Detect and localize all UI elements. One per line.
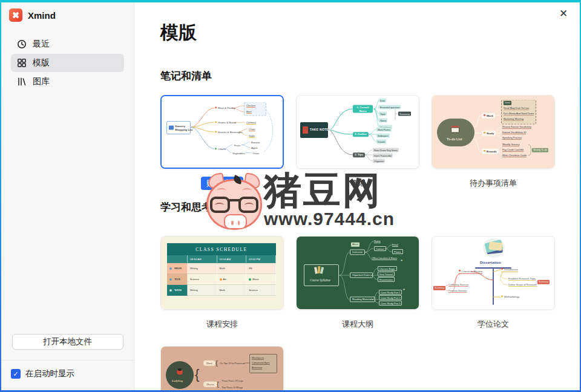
thumb-node: Contact [374, 246, 386, 251]
thumb-node: Errands [482, 149, 499, 154]
thumb-node: * [401, 258, 402, 264]
thumb-node: Review Korean Vocabulary [502, 125, 531, 129]
template-caption[interactable]: 待办事项清单 [432, 176, 555, 191]
app-title-row: Xmind [1, 2, 134, 22]
sections-container: 笔记和清单Grocery Shopping ListMeat & Poultry… [160, 69, 580, 390]
thumb-node: Topic [379, 112, 387, 116]
thumb-node: Soda [249, 134, 255, 138]
thumb-node: About [351, 243, 359, 247]
thumb-node: Methodology [501, 295, 519, 299]
thumb-node: 3. Tips [353, 152, 365, 157]
thumb-node: Organize [373, 159, 385, 163]
thumbnail: DissertationLiterature ReviewCollecting … [432, 237, 554, 309]
sidebar-item-label: 图库 [33, 76, 50, 87]
open-local-file-button[interactable]: 打开本地文件 [12, 334, 123, 350]
template-gallery: ✕ 模版 笔记和清单Grocery Shopping ListMeat & Po… [134, 2, 580, 390]
thumb-node [178, 368, 182, 371]
template-card-dissertation[interactable]: DissertationLiterature ReviewCollecting … [432, 236, 555, 310]
thumb-node: Apple [251, 146, 258, 149]
thumb-node: Done [504, 101, 511, 105]
thumb-node: Date [379, 99, 386, 103]
thumb-node: Establish Research Topic [508, 277, 536, 281]
thumb-node: On Top Of Its Pronotum [220, 362, 245, 365]
thumb-node: Grocery Shopping List [175, 125, 192, 131]
thumb-node: First Tutorial [378, 272, 395, 276]
template-card-schedule[interactable]: CLASS SCHEDULE08:30 AM10:00 AM02:00 PMMO… [160, 236, 284, 310]
thumb-node: Mouthparts [252, 356, 264, 360]
thumb-node: Thorax [203, 382, 217, 387]
thumb-node: Write Christmas Cards [502, 154, 527, 157]
thumb-node: Name [374, 240, 381, 243]
thumb-node: Two Pairs Of Wings [222, 386, 243, 389]
sidebar-item-templates[interactable]: 模版 [11, 54, 124, 72]
template-card-todo[interactable]: To-do ListWorkDoneSend Blog Draft To Lis… [432, 95, 555, 169]
thumb-node: Speaking Practice [502, 136, 522, 140]
thumb-node: Case Study Part 3 [379, 301, 402, 305]
startup-row: ✓ 在启动时显示 [1, 360, 134, 390]
template-caption[interactable]: 课程安排 [160, 317, 284, 332]
template-card-takenotes[interactable]: TAKE NOTES1. Cornell NotesDateEssential … [296, 95, 419, 169]
template-section: 学习和思考CLASS SCHEDULE08:30 AM10:00 AM02:00… [160, 200, 580, 332]
thumb-node: Meat & Poultry [215, 106, 235, 110]
thumb-node: Others [215, 148, 226, 151]
thumb-node: Summary [398, 112, 411, 116]
thumb-node: TAKE NOTES [310, 128, 331, 132]
templates-grid-icon [17, 58, 27, 68]
show-on-startup-label: 在启动时显示 [25, 368, 74, 379]
template-caption[interactable]: 购物清单 [160, 176, 284, 191]
sidebar-item-label: 最近 [33, 39, 50, 50]
thumbnail: TAKE NOTES1. Cornell NotesDateEssential … [297, 96, 419, 168]
thumb-node: Chips [249, 128, 255, 131]
thumb-node: Weekly Grocery [502, 143, 519, 146]
xmind-logo-icon [9, 8, 22, 22]
thumb-node: Beef [246, 110, 252, 114]
thumb-node: Instructor [350, 249, 365, 255]
thumb-node: Essential question [379, 105, 401, 109]
thumb-node: Case Study Part 1 [379, 290, 402, 295]
thumbnail: Course SyllabusAboutInstructorNameContac… [297, 237, 419, 309]
close-icon[interactable]: ✕ [556, 6, 571, 22]
thumb-node: Dissertation [480, 261, 501, 266]
thumb-node: Marketing Meeting [504, 117, 524, 121]
sidebar-item-library[interactable]: 图库 [11, 73, 124, 91]
thumb-node: Summary [537, 280, 550, 284]
library-books-icon [17, 77, 27, 87]
thumb-node: Vegetables [232, 152, 245, 155]
thumb-node: Office Location & Hours [372, 256, 397, 260]
thumb-node: Antennae [252, 366, 262, 370]
template-section: 笔记和清单Grocery Shopping ListMeat & Poultry… [160, 69, 580, 191]
template-caption[interactable]: 学位论文 [432, 317, 555, 332]
thumb-node: To-do List [447, 137, 462, 142]
thumb-node: { [215, 360, 218, 367]
thumbnail: Ladybug{Head{On Top Of Its PronotumMouth… [161, 347, 283, 390]
thumb-node: Banana [251, 141, 260, 144]
template-card-ladybug[interactable]: Ladybug{Head{On Top Of Its PronotumMouth… [160, 346, 284, 390]
thumb-node: Work [482, 113, 495, 119]
thumb-node: Chicken [246, 104, 255, 108]
thumb-node: Reading Materials [350, 296, 375, 302]
thumbnail: To-do ListWorkDoneSend Blog Draft To Lis… [432, 96, 554, 168]
show-on-startup-checkbox[interactable]: ✓ [11, 369, 21, 379]
thumb-node: Define Scope of Research [508, 283, 537, 287]
template-caption[interactable]: 课程大纲 [296, 317, 419, 332]
thumb-node: Subtopics [376, 134, 390, 138]
clock-icon [17, 39, 27, 49]
thumb-node: Weekly To-do [532, 148, 548, 152]
thumb-node: Details [376, 140, 386, 144]
sidebar-bottom: 打开本地文件 ✓ 在启动时显示 [1, 334, 134, 390]
sidebar-item-recent[interactable]: 最近 [11, 35, 124, 53]
sidebar: Xmind 最近 模版 图库 打开本地文件 ✓ 在启动时显示 [1, 2, 134, 390]
thumb-node: Send Blog Draft To Lisa [504, 106, 529, 110]
thumb-node: Notes [379, 119, 387, 123]
thumb-node [166, 361, 194, 389]
thumb-node: { [195, 368, 199, 381]
template-card-grocery[interactable]: Grocery Shopping ListMeat & PoultryChick… [160, 95, 284, 169]
thumb-node: Do's Memo And Send Demo [504, 112, 534, 116]
thumb-node: Case Study Part 2 [379, 295, 402, 300]
thumb-node: { [217, 381, 219, 388]
template-caption[interactable]: 笔记 [296, 176, 419, 191]
sidebar-item-label: 模版 [33, 57, 50, 68]
thumb-node: Study [482, 131, 496, 136]
template-card-syllabus[interactable]: Course SyllabusAboutInstructorNameContac… [296, 236, 419, 310]
template-section: Ladybug{Head{On Top Of Its PronotumMouth… [160, 346, 580, 390]
